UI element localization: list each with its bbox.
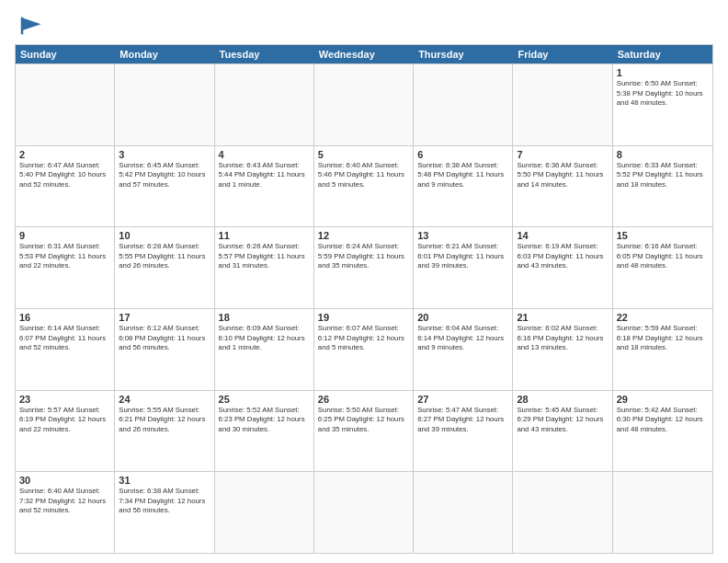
empty-cell xyxy=(513,64,612,145)
day-cell-2: 2Sunrise: 6:47 AM Sunset: 5:40 PM Daylig… xyxy=(16,146,115,227)
day-cell-3: 3Sunrise: 6:45 AM Sunset: 5:42 PM Daylig… xyxy=(115,146,214,227)
day-info: Sunrise: 6:31 AM Sunset: 5:53 PM Dayligh… xyxy=(19,242,110,271)
calendar-body: 1Sunrise: 6:50 AM Sunset: 5:38 PM Daylig… xyxy=(16,63,712,553)
day-info: Sunrise: 6:45 AM Sunset: 5:42 PM Dayligh… xyxy=(119,161,210,190)
day-cell-12: 12Sunrise: 6:24 AM Sunset: 5:59 PM Dayli… xyxy=(314,227,414,308)
day-cell-8: 8Sunrise: 6:33 AM Sunset: 5:52 PM Daylig… xyxy=(613,146,712,227)
day-number: 5 xyxy=(318,149,409,160)
day-cell-25: 25Sunrise: 5:52 AM Sunset: 6:23 PM Dayli… xyxy=(215,391,314,472)
day-cell-27: 27Sunrise: 5:47 AM Sunset: 6:27 PM Dayli… xyxy=(414,391,513,472)
day-info: Sunrise: 6:36 AM Sunset: 5:50 PM Dayligh… xyxy=(517,161,608,190)
day-number: 24 xyxy=(119,394,210,405)
calendar-week-1: 2Sunrise: 6:47 AM Sunset: 5:40 PM Daylig… xyxy=(16,145,712,227)
day-number: 8 xyxy=(617,149,709,160)
day-number: 25 xyxy=(219,394,310,405)
day-number: 22 xyxy=(617,312,709,323)
day-info: Sunrise: 6:50 AM Sunset: 5:38 PM Dayligh… xyxy=(617,79,709,109)
day-cell-20: 20Sunrise: 6:04 AM Sunset: 6:14 PM Dayli… xyxy=(414,309,513,390)
day-number: 26 xyxy=(318,394,409,405)
day-cell-30: 30Sunrise: 6:40 AM Sunset: 7:32 PM Dayli… xyxy=(16,472,115,553)
day-cell-6: 6Sunrise: 6:38 AM Sunset: 5:48 PM Daylig… xyxy=(414,146,513,227)
day-cell-13: 13Sunrise: 6:21 AM Sunset: 6:01 PM Dayli… xyxy=(414,227,513,308)
day-number: 13 xyxy=(417,230,508,241)
day-info: Sunrise: 6:28 AM Sunset: 5:55 PM Dayligh… xyxy=(119,242,210,271)
empty-cell xyxy=(215,472,314,553)
day-number: 1 xyxy=(617,67,709,78)
day-cell-31: 31Sunrise: 6:38 AM Sunset: 7:34 PM Dayli… xyxy=(115,472,214,553)
day-info: Sunrise: 6:12 AM Sunset: 6:08 PM Dayligh… xyxy=(119,324,210,353)
day-cell-29: 29Sunrise: 5:42 AM Sunset: 6:30 PM Dayli… xyxy=(613,391,712,472)
day-info: Sunrise: 5:52 AM Sunset: 6:23 PM Dayligh… xyxy=(219,406,310,435)
day-cell-1: 1Sunrise: 6:50 AM Sunset: 5:38 PM Daylig… xyxy=(613,64,712,145)
day-number: 30 xyxy=(19,475,110,486)
day-info: Sunrise: 6:47 AM Sunset: 5:40 PM Dayligh… xyxy=(19,161,110,190)
day-info: Sunrise: 5:55 AM Sunset: 6:21 PM Dayligh… xyxy=(119,406,210,435)
day-info: Sunrise: 6:40 AM Sunset: 5:46 PM Dayligh… xyxy=(318,161,409,190)
day-info: Sunrise: 5:47 AM Sunset: 6:27 PM Dayligh… xyxy=(417,406,508,435)
header xyxy=(15,13,713,39)
header-day-monday: Monday xyxy=(115,45,214,63)
day-number: 17 xyxy=(119,312,210,323)
header-day-tuesday: Tuesday xyxy=(215,45,314,63)
day-cell-16: 16Sunrise: 6:14 AM Sunset: 6:07 PM Dayli… xyxy=(16,309,115,390)
day-cell-7: 7Sunrise: 6:36 AM Sunset: 5:50 PM Daylig… xyxy=(513,146,612,227)
day-cell-18: 18Sunrise: 6:09 AM Sunset: 6:10 PM Dayli… xyxy=(215,309,314,390)
day-number: 12 xyxy=(318,230,409,241)
day-number: 10 xyxy=(119,230,210,241)
day-number: 11 xyxy=(219,230,310,241)
day-cell-17: 17Sunrise: 6:12 AM Sunset: 6:08 PM Dayli… xyxy=(115,309,214,390)
day-number: 20 xyxy=(417,312,508,323)
day-number: 16 xyxy=(19,312,110,323)
day-number: 23 xyxy=(19,394,110,405)
day-number: 18 xyxy=(219,312,310,323)
empty-cell xyxy=(115,64,214,145)
day-info: Sunrise: 5:42 AM Sunset: 6:30 PM Dayligh… xyxy=(617,406,709,435)
day-info: Sunrise: 6:04 AM Sunset: 6:14 PM Dayligh… xyxy=(417,324,508,353)
day-number: 4 xyxy=(219,149,310,160)
day-info: Sunrise: 6:21 AM Sunset: 6:01 PM Dayligh… xyxy=(417,242,508,271)
header-day-thursday: Thursday xyxy=(414,45,513,63)
day-info: Sunrise: 6:33 AM Sunset: 5:52 PM Dayligh… xyxy=(617,161,709,190)
calendar: SundayMondayTuesdayWednesdayThursdayFrid… xyxy=(15,44,713,554)
day-number: 21 xyxy=(517,312,608,323)
day-info: Sunrise: 6:14 AM Sunset: 6:07 PM Dayligh… xyxy=(19,324,110,353)
day-cell-19: 19Sunrise: 6:07 AM Sunset: 6:12 PM Dayli… xyxy=(314,309,414,390)
day-cell-15: 15Sunrise: 6:16 AM Sunset: 6:05 PM Dayli… xyxy=(613,227,712,308)
day-number: 14 xyxy=(517,230,608,241)
day-cell-23: 23Sunrise: 5:57 AM Sunset: 6:19 PM Dayli… xyxy=(16,391,115,472)
day-info: Sunrise: 6:26 AM Sunset: 5:57 PM Dayligh… xyxy=(219,242,310,271)
logo xyxy=(15,13,48,39)
day-cell-5: 5Sunrise: 6:40 AM Sunset: 5:46 PM Daylig… xyxy=(314,146,414,227)
empty-cell xyxy=(414,64,513,145)
empty-cell xyxy=(613,472,712,553)
day-number: 9 xyxy=(19,230,110,241)
page: SundayMondayTuesdayWednesdayThursdayFrid… xyxy=(0,0,728,563)
calendar-week-3: 16Sunrise: 6:14 AM Sunset: 6:07 PM Dayli… xyxy=(16,308,712,390)
day-number: 27 xyxy=(417,394,508,405)
day-info: Sunrise: 5:57 AM Sunset: 6:19 PM Dayligh… xyxy=(19,406,110,435)
day-cell-22: 22Sunrise: 5:59 AM Sunset: 6:18 PM Dayli… xyxy=(613,309,712,390)
svg-rect-1 xyxy=(21,17,24,35)
day-info: Sunrise: 6:02 AM Sunset: 6:16 PM Dayligh… xyxy=(517,324,608,353)
empty-cell xyxy=(314,472,414,553)
day-info: Sunrise: 5:45 AM Sunset: 6:29 PM Dayligh… xyxy=(517,406,608,435)
day-info: Sunrise: 6:43 AM Sunset: 5:44 PM Dayligh… xyxy=(219,161,310,190)
day-cell-21: 21Sunrise: 6:02 AM Sunset: 6:16 PM Dayli… xyxy=(513,309,612,390)
day-number: 15 xyxy=(617,230,709,241)
day-info: Sunrise: 6:16 AM Sunset: 6:05 PM Dayligh… xyxy=(617,242,709,271)
header-day-sunday: Sunday xyxy=(16,45,115,63)
day-cell-14: 14Sunrise: 6:19 AM Sunset: 6:03 PM Dayli… xyxy=(513,227,612,308)
day-number: 7 xyxy=(517,149,608,160)
empty-cell xyxy=(414,472,513,553)
calendar-week-2: 9Sunrise: 6:31 AM Sunset: 5:53 PM Daylig… xyxy=(16,226,712,308)
day-number: 6 xyxy=(417,149,508,160)
day-cell-4: 4Sunrise: 6:43 AM Sunset: 5:44 PM Daylig… xyxy=(215,146,314,227)
empty-cell xyxy=(513,472,612,553)
day-cell-26: 26Sunrise: 5:50 AM Sunset: 6:25 PM Dayli… xyxy=(314,391,414,472)
calendar-header: SundayMondayTuesdayWednesdayThursdayFrid… xyxy=(16,45,712,63)
calendar-week-5: 30Sunrise: 6:40 AM Sunset: 7:32 PM Dayli… xyxy=(16,471,712,553)
general-blue-logo-icon xyxy=(15,13,44,39)
day-info: Sunrise: 6:07 AM Sunset: 6:12 PM Dayligh… xyxy=(318,324,409,353)
day-info: Sunrise: 6:38 AM Sunset: 7:34 PM Dayligh… xyxy=(119,487,210,516)
empty-cell xyxy=(314,64,414,145)
